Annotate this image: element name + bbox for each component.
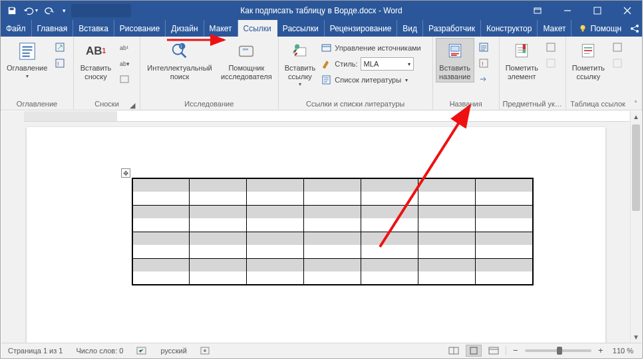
- update-figures-button[interactable]: !: [476, 56, 492, 71]
- table-move-handle[interactable]: ✥: [121, 168, 130, 178]
- svg-point-6: [636, 30, 639, 33]
- collapse-ribbon-button[interactable]: ˄: [634, 100, 637, 107]
- toc-icon: [17, 41, 38, 62]
- close-button[interactable]: [612, 1, 642, 20]
- tab-mailings[interactable]: Рассылки: [277, 20, 325, 37]
- svg-rect-43: [489, 347, 498, 354]
- svg-rect-13: [120, 76, 128, 83]
- status-language[interactable]: русский: [154, 347, 193, 355]
- horizontal-ruler[interactable]: [24, 111, 629, 122]
- vertical-scrollbar[interactable]: ▲ ▼: [630, 111, 641, 343]
- group-captions: Вставить название ! Названия: [433, 37, 500, 110]
- zoom-slider[interactable]: [525, 349, 591, 352]
- tab-file[interactable]: Файл: [1, 20, 32, 37]
- mark-index-entry-button[interactable]: Пометить элемент: [502, 38, 542, 83]
- show-notes-button[interactable]: [116, 72, 132, 87]
- chevron-down-icon: ▾: [299, 81, 301, 87]
- svg-rect-21: [322, 45, 331, 51]
- manage-sources-button[interactable]: Управление источниками: [320, 41, 422, 55]
- citation-style-value: MLA: [364, 60, 379, 68]
- zoom-in-button[interactable]: +: [595, 345, 606, 355]
- insert-citation-button[interactable]: Вставить ссылку ▾: [281, 38, 319, 89]
- group-footnotes-label: Сноски: [94, 100, 119, 108]
- insert-footnote-button[interactable]: AB1 Вставить сноску: [77, 38, 115, 83]
- update-index-button[interactable]: [543, 56, 559, 71]
- svg-text:ab▾: ab▾: [120, 61, 130, 67]
- update-toa-button[interactable]: [609, 56, 625, 71]
- index-icon: [511, 41, 532, 62]
- svg-text:!: !: [482, 61, 484, 67]
- save-button[interactable]: [3, 2, 21, 19]
- document-table[interactable]: [132, 178, 534, 285]
- tab-review[interactable]: Рецензирование: [325, 20, 398, 37]
- window-controls: [522, 1, 642, 20]
- update-toc-button[interactable]: !: [52, 56, 68, 71]
- group-index-label: Предметный ук…: [503, 100, 562, 108]
- citation-style-label: Стиль:: [335, 60, 357, 68]
- tell-me[interactable]: Помощн: [578, 24, 621, 33]
- tab-table-layout[interactable]: Макет: [538, 20, 571, 37]
- group-toc-label: Оглавление: [17, 100, 57, 108]
- manage-sources-icon: [321, 43, 332, 53]
- maximize-button[interactable]: [582, 1, 612, 20]
- svg-rect-30: [523, 49, 526, 53]
- citation-icon: [289, 41, 311, 62]
- view-print-layout[interactable]: [466, 345, 482, 357]
- chevron-down-icon: ▾: [405, 77, 408, 83]
- tab-draw[interactable]: Рисование: [114, 20, 166, 37]
- share-button[interactable]: [629, 23, 640, 34]
- scroll-down-button[interactable]: ▼: [631, 331, 641, 343]
- zoom-out-button[interactable]: −: [510, 345, 521, 355]
- cross-reference-button[interactable]: [476, 72, 492, 87]
- next-footnote-button[interactable]: ab▾: [116, 56, 132, 71]
- scroll-up-button[interactable]: ▲: [631, 111, 641, 122]
- status-macro[interactable]: [194, 346, 216, 355]
- tab-design[interactable]: Дизайн: [166, 20, 204, 37]
- status-word-count[interactable]: Число слов: 0: [69, 347, 130, 355]
- researcher-button[interactable]: ”” Помощник исследователя: [218, 38, 275, 83]
- status-page[interactable]: Страница 1 из 1: [1, 347, 69, 355]
- minimize-button[interactable]: [552, 1, 582, 20]
- tab-insert[interactable]: Вставка: [73, 20, 114, 37]
- scroll-thumb[interactable]: [632, 124, 640, 211]
- bibliography-button[interactable]: Список литературы ▾: [320, 73, 422, 87]
- svg-rect-3: [582, 29, 584, 31]
- view-read-mode[interactable]: [446, 345, 462, 357]
- toc-button[interactable]: Оглавление ▾: [3, 38, 51, 81]
- tab-table-design[interactable]: Конструктор: [481, 20, 538, 37]
- add-text-button[interactable]: [52, 40, 68, 55]
- insert-endnote-button[interactable]: ab¹: [116, 40, 132, 55]
- search-icon: i: [169, 41, 190, 62]
- insert-caption-button[interactable]: Вставить название: [436, 38, 474, 83]
- ribbon-options-button[interactable]: [522, 1, 552, 20]
- smart-lookup-button[interactable]: i Интеллектуальный поиск: [143, 38, 216, 83]
- svg-rect-34: [613, 43, 621, 51]
- mark-citation-button[interactable]: Пометить ссылку: [569, 38, 608, 83]
- tab-developer[interactable]: Разработчик: [423, 20, 481, 37]
- style-icon: [321, 59, 332, 69]
- chevron-down-icon: ▾: [408, 61, 410, 67]
- manage-sources-label: Управление источниками: [335, 44, 420, 52]
- tab-layout[interactable]: Макет: [204, 20, 238, 37]
- insert-figures-table-button[interactable]: [476, 40, 492, 55]
- account-area[interactable]: [71, 4, 131, 17]
- svg-rect-0: [534, 8, 541, 13]
- citation-style-combo[interactable]: MLA ▾: [361, 57, 414, 71]
- insert-index-button[interactable]: [543, 40, 559, 55]
- redo-button[interactable]: [41, 2, 58, 19]
- status-spellcheck[interactable]: [130, 346, 154, 355]
- tab-references[interactable]: Ссылки: [238, 20, 277, 37]
- customize-qat-button[interactable]: ▾: [59, 2, 69, 19]
- zoom-level[interactable]: 110 %: [610, 347, 636, 355]
- view-web-layout[interactable]: [486, 345, 502, 357]
- insert-toa-button[interactable]: [609, 40, 625, 55]
- svg-rect-42: [470, 347, 477, 354]
- footnotes-dialog-launcher[interactable]: ◢: [129, 102, 136, 108]
- tab-home[interactable]: Главная: [32, 20, 74, 37]
- ribbon: Оглавление ▾ ! Оглавление: [1, 37, 642, 110]
- undo-button[interactable]: ▾: [22, 2, 39, 19]
- svg-text:””: ””: [243, 47, 249, 57]
- tab-view[interactable]: Вид: [397, 20, 423, 37]
- group-citations: Вставить ссылку ▾ Управление источниками…: [279, 37, 433, 110]
- document-page[interactable]: ✥: [27, 127, 605, 343]
